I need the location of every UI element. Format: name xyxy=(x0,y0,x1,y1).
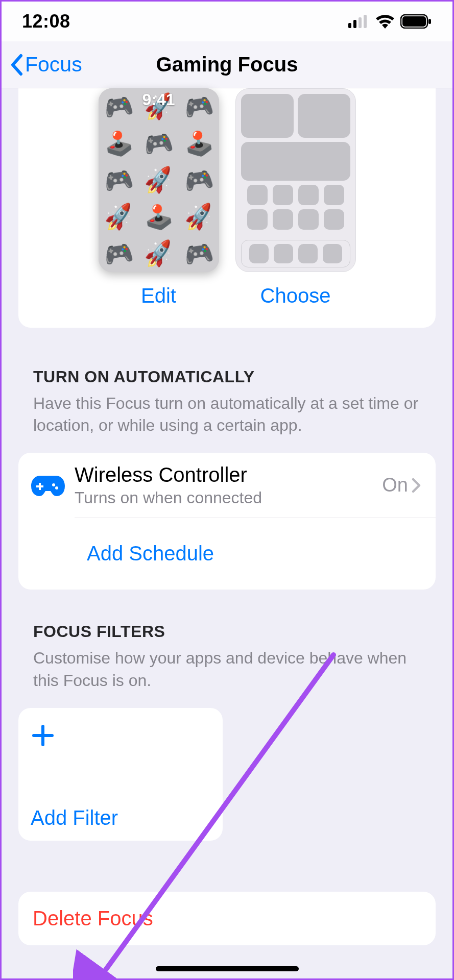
home-screen-preview[interactable] xyxy=(235,88,356,272)
nav-bar: Focus Gaming Focus xyxy=(2,41,452,88)
wallpaper-pattern: 🎮🚀🎮 🕹️🎮🕹️ 🎮🚀🎮 🚀🕹️🚀 🎮🚀🎮 xyxy=(99,88,219,272)
svg-rect-2 xyxy=(359,17,362,28)
add-schedule-button[interactable]: Add Schedule xyxy=(18,518,436,590)
filters-section-desc: Customise how your apps and device behav… xyxy=(33,647,421,691)
filters-section-title: FOCUS FILTERS xyxy=(33,622,421,641)
auto-section-desc: Have this Focus turn on automatically at… xyxy=(33,393,421,436)
svg-rect-3 xyxy=(364,15,367,28)
lock-screen-preview[interactable]: 9:41 🎮🚀🎮 🕹️🎮🕹️ 🎮🚀🎮 🚀🕹️🚀 🎮🚀🎮 xyxy=(99,88,219,272)
home-indicator xyxy=(156,966,299,971)
chevron-right-icon xyxy=(411,477,421,494)
add-filter-label: Add Filter xyxy=(31,806,210,829)
add-filter-button[interactable]: Add Filter xyxy=(18,708,223,841)
choose-button[interactable]: Choose xyxy=(260,284,331,307)
plus-icon xyxy=(31,723,55,748)
svg-rect-5 xyxy=(402,16,426,27)
battery-icon xyxy=(400,14,432,29)
back-button[interactable]: Focus xyxy=(9,53,82,77)
chevron-left-icon xyxy=(9,54,24,76)
status-bar: 12:08 xyxy=(2,2,452,41)
svg-rect-8 xyxy=(36,485,43,487)
svg-rect-0 xyxy=(348,23,351,28)
svg-point-10 xyxy=(55,486,58,489)
customise-screens-card: 9:41 🎮🚀🎮 🕹️🎮🕹️ 🎮🚀🎮 🚀🕹️🚀 🎮🚀🎮 Edit xyxy=(18,88,436,328)
gamecontroller-icon xyxy=(31,468,65,503)
auto-section-header: TURN ON AUTOMATICALLY Have this Focus tu… xyxy=(2,328,452,443)
status-time: 12:08 xyxy=(22,11,70,32)
schedule-status: On xyxy=(382,474,408,496)
schedule-title: Wireless Controller xyxy=(75,463,382,486)
status-icons xyxy=(348,14,432,29)
schedule-row-wireless-controller[interactable]: Wireless Controller Turns on when connec… xyxy=(18,453,436,518)
svg-rect-6 xyxy=(428,19,431,24)
auto-section-title: TURN ON AUTOMATICALLY xyxy=(33,368,421,386)
lock-preview-time: 9:41 xyxy=(99,90,219,109)
delete-focus-button[interactable]: Delete Focus xyxy=(18,892,436,945)
schedule-subtitle: Turns on when connected xyxy=(75,488,382,507)
schedules-card: Wireless Controller Turns on when connec… xyxy=(18,453,436,590)
filters-section-header: FOCUS FILTERS Customise how your apps an… xyxy=(2,590,452,697)
cellular-icon xyxy=(348,15,370,28)
delete-focus-label: Delete Focus xyxy=(33,907,421,930)
back-label: Focus xyxy=(25,53,82,77)
svg-rect-1 xyxy=(353,20,356,28)
add-schedule-label: Add Schedule xyxy=(31,528,421,579)
home-dock-placeholder xyxy=(241,240,350,267)
edit-button[interactable]: Edit xyxy=(141,284,176,307)
wifi-icon xyxy=(375,14,395,29)
svg-point-9 xyxy=(52,483,55,486)
